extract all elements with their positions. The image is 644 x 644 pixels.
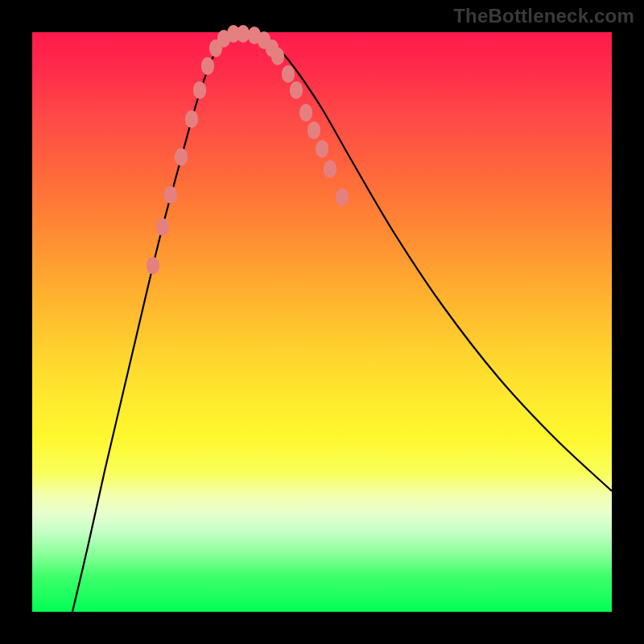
curve-marker	[324, 160, 336, 178]
chart-frame: TheBottleneck.com	[0, 0, 644, 644]
curve-marker	[271, 47, 284, 65]
curve-marker	[164, 186, 177, 204]
bottleneck-curve	[72, 33, 612, 612]
curve-marker	[308, 122, 320, 139]
curve-marker	[336, 188, 349, 206]
curve-marker	[156, 218, 169, 236]
curve-marker	[185, 110, 198, 128]
plot-area	[32, 32, 612, 612]
curve-marker	[299, 104, 312, 122]
curve-marker	[290, 81, 303, 99]
curve-marker	[282, 65, 295, 83]
marker-points	[147, 25, 349, 275]
curve-layer	[32, 32, 612, 612]
curve-marker	[237, 25, 250, 43]
curve-marker	[316, 140, 328, 158]
watermark-text: TheBottleneck.com	[453, 5, 634, 27]
curve-marker	[193, 81, 206, 99]
curve-marker	[175, 148, 188, 166]
curve-marker	[147, 257, 159, 275]
curve-marker	[201, 57, 214, 75]
